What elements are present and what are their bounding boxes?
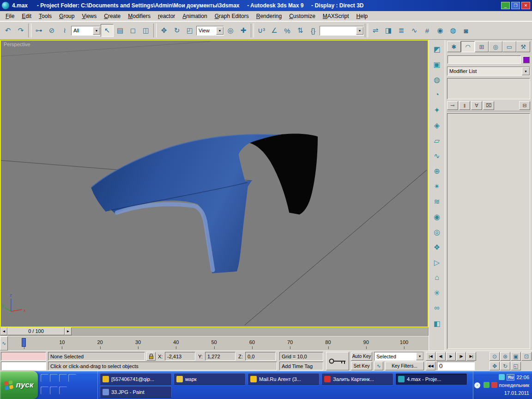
reactor-wind-icon[interactable]: ✴ — [430, 179, 444, 193]
select-by-name-icon[interactable]: ▤ ▼ — [114, 24, 127, 37]
reactor-cloth-collection-icon[interactable]: ▣ — [430, 57, 444, 71]
set-keys-button[interactable] — [326, 352, 349, 370]
reactor-create-animation-icon[interactable]: ∞ — [430, 301, 444, 315]
previous-frame-arrow[interactable]: ◄ — [0, 327, 7, 335]
schematic-view-icon[interactable]: # ▼ — [421, 24, 434, 37]
tab-display[interactable]: ▭ — [502, 41, 516, 52]
percent-snap-icon[interactable]: % ▼ — [281, 24, 294, 37]
select-and-link-icon[interactable]: ⊶ ▼ — [32, 24, 45, 37]
modifier-list-dropdown[interactable]: Modifier List ▼ — [447, 66, 530, 76]
menu-item[interactable]: MAXScript — [319, 12, 353, 21]
pan-view-icon[interactable]: ✥ — [490, 362, 500, 370]
time-slider-button[interactable]: 0 / 100 — [7, 327, 65, 335]
reference-coordinate-dropdown[interactable]: View ▼ — [196, 26, 224, 36]
track-bar[interactable]: ∿ 0102030405060708090100 — [0, 336, 429, 351]
tray-clock-time[interactable]: 22:06 — [516, 375, 529, 380]
add-time-tag-field[interactable]: Add Time Tag — [279, 362, 323, 370]
zoom-region-icon[interactable]: ⊡ — [521, 352, 532, 361]
remove-modifier-icon[interactable]: ⌧ — [483, 101, 494, 110]
next-frame-arrow[interactable]: ► — [65, 327, 72, 335]
select-and-move-icon[interactable]: ✥ ▼ — [157, 24, 170, 37]
tab-hierarchy[interactable]: ⊞ — [475, 41, 489, 52]
x-coordinate-field[interactable]: -2,413 — [165, 352, 195, 361]
material-editor-icon[interactable]: ◉ ▼ — [434, 24, 447, 37]
modifier-stack-list[interactable] — [447, 78, 530, 99]
z-coordinate-field[interactable]: 0,0 — [245, 352, 276, 361]
select-and-scale-icon[interactable]: ◰ ▼ — [183, 24, 196, 37]
reactor-preview-animation-icon[interactable]: ▷ — [430, 255, 444, 269]
menu-item[interactable]: Modifiers — [124, 12, 154, 21]
selection-filter-dropdown[interactable]: All ▼ — [71, 26, 101, 36]
quick-launch-icon-1[interactable] — [41, 374, 48, 382]
menu-item[interactable]: Tools — [35, 12, 55, 21]
mirror-icon[interactable]: ⇌ ▼ — [369, 24, 382, 37]
set-key-button[interactable]: Set Key — [351, 362, 372, 370]
toolbar-separator[interactable]: ▼ — [153, 24, 157, 37]
language-indicator[interactable]: Ru — [507, 374, 514, 381]
task-paint[interactable]: 33.JPG - Paint — [100, 386, 172, 398]
reactor-plane-icon[interactable]: ◈ — [430, 118, 444, 132]
reactor-constraint-solver-icon[interactable]: ◎ — [430, 225, 444, 239]
toolbar-separator[interactable]: ▼ — [28, 24, 31, 37]
toolbar-separator[interactable]: ▼ — [251, 24, 254, 37]
quick-launch-icon-4[interactable] — [68, 374, 76, 382]
zoom-all-icon[interactable]: ⊛ — [500, 352, 510, 361]
reactor-utility-icon[interactable]: ⌂ — [430, 271, 444, 284]
time-slider-track[interactable]: ◄ 0 / 100 ► — [0, 327, 429, 336]
window-crossing-icon[interactable]: ◫ ▼ — [139, 24, 152, 37]
snap-toggle-3d-icon[interactable]: ∪³ ▼ — [255, 24, 268, 37]
menu-item[interactable]: reactor — [154, 12, 179, 21]
tab-motion[interactable]: ◎ — [489, 41, 502, 52]
rect-selection-region-icon[interactable]: ◻ ▼ — [127, 24, 139, 37]
reactor-soft-body-collection-icon[interactable]: ◍ — [430, 73, 444, 86]
go-to-start-icon[interactable]: |◀ — [426, 352, 435, 361]
reactor-toy-car-icon[interactable]: ◉ — [430, 210, 444, 224]
maximize-viewport-toggle-icon[interactable]: ◱ — [511, 362, 521, 370]
quick-launch-icon-6[interactable] — [50, 387, 58, 394]
tray-icon-guard[interactable] — [491, 382, 497, 388]
menu-item[interactable]: Create — [100, 12, 124, 21]
select-and-rotate-icon[interactable]: ↻ ▼ — [170, 24, 183, 37]
close-button[interactable]: ✕ — [521, 2, 530, 9]
task-upload-picture[interactable]: Залить Картинк... — [321, 373, 393, 385]
frame-number-field[interactable] — [437, 362, 475, 370]
bind-to-space-warp-icon[interactable]: ≀ ▼ — [58, 24, 71, 37]
quick-launch-icon-5[interactable] — [41, 387, 48, 394]
reactor-properties-icon[interactable]: ◧ — [430, 316, 444, 330]
render-setup-icon[interactable]: ◍ ▼ — [447, 24, 459, 37]
y-coordinate-field[interactable]: 1,272 — [205, 352, 236, 361]
previous-frame-icon[interactable]: ◀| — [436, 352, 446, 361]
arc-rotate-icon[interactable]: ↻ — [500, 362, 510, 370]
menu-item[interactable]: Rendering — [253, 12, 285, 21]
menu-item[interactable]: Graph Editors — [211, 12, 253, 21]
task-qip[interactable]: [557406741@qip... — [100, 373, 172, 385]
reactor-motor-icon[interactable]: ∿ — [430, 149, 444, 163]
perspective-viewport[interactable]: Perspective — [0, 40, 429, 327]
menu-item[interactable]: Animation — [179, 12, 211, 21]
menu-item[interactable]: Customize — [285, 12, 319, 21]
menu-item[interactable]: File — [2, 12, 18, 21]
key-filter-curve-toggle[interactable]: ∿ — [374, 362, 383, 370]
next-frame-icon[interactable]: |▶ — [456, 352, 466, 361]
reactor-analyze-world-icon[interactable]: ✳ — [430, 286, 444, 300]
hide-inactive-icons-chevron[interactable]: ‹ — [474, 382, 480, 388]
select-and-manipulate-icon[interactable]: ✚ ▼ — [237, 24, 250, 37]
key-filters-button[interactable]: Key Filters... — [385, 362, 424, 370]
reactor-deforming-mesh-icon[interactable]: ✦ — [430, 103, 444, 117]
reactor-rigid-body-collection-icon[interactable]: ◩ — [430, 42, 444, 56]
reactor-rope-collection-icon[interactable]: ◔ — [430, 88, 444, 102]
unlink-selection-icon[interactable]: ⊘ ▼ — [45, 24, 58, 37]
object-color-swatch[interactable] — [523, 56, 530, 63]
spinner-snap-icon[interactable]: ⇅ ▼ — [294, 24, 307, 37]
edit-named-selection-icon[interactable]: {} ▼ — [307, 24, 320, 37]
menu-item[interactable]: Edit — [18, 12, 35, 21]
menu-item[interactable]: Help — [353, 12, 372, 21]
zoom-icon[interactable]: ⊙ — [490, 352, 500, 361]
time-slider-position-marker[interactable] — [22, 338, 26, 347]
play-animation-icon[interactable]: ▶ — [446, 352, 456, 361]
toolbar-separator[interactable]: ▼ — [365, 24, 368, 37]
named-selection-dropdown[interactable]: ▼ — [320, 26, 364, 36]
quick-launch-icon-3[interactable] — [59, 374, 67, 382]
maxscript-mini-listener-pink[interactable] — [1, 352, 46, 361]
minimize-button[interactable]: _ — [501, 2, 510, 9]
